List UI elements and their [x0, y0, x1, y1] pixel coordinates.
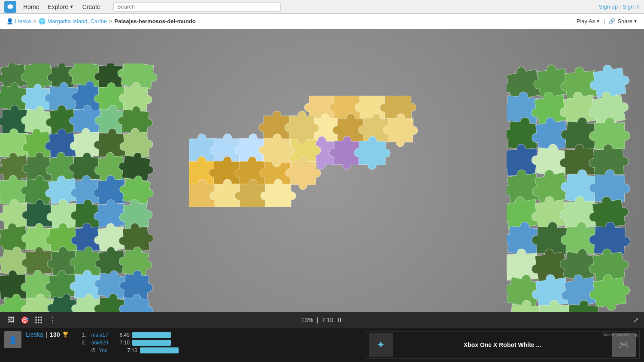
breadcrumb-right-sep: |	[604, 18, 605, 24]
rank-2: 2.	[82, 340, 88, 346]
player-aok829[interactable]: aok829	[91, 340, 117, 346]
grid-icon	[35, 317, 42, 323]
leaderboard: 1. mala17 6:49 2. aok829 7:10 ⏱ You 7:10	[82, 331, 178, 354]
nav-create[interactable]: Create	[78, 0, 105, 14]
signup-link[interactable]: Sign up	[599, 3, 618, 10]
username-link[interactable]: Lieska	[26, 331, 43, 338]
share-icon: 🔗	[608, 18, 615, 24]
bar-1	[132, 332, 171, 338]
puzzle-area[interactable]	[0, 29, 644, 312]
image-icon: 🖼	[8, 316, 15, 324]
nav-home[interactable]: Home	[19, 0, 43, 14]
grid-toolbar-button[interactable]	[33, 314, 45, 326]
advertisement-area: Advertisement ✕ ✦ Xbox One X Robot White…	[365, 331, 640, 359]
time-you: 7:10	[127, 347, 137, 353]
user-score: 130	[50, 331, 60, 338]
rank-1: 1.	[82, 332, 88, 338]
breadcrumb-location[interactable]: Margarita Island, Caribe	[47, 18, 107, 24]
share-button[interactable]: 🔗 Share ▼	[608, 18, 638, 24]
logo-icon[interactable]	[4, 1, 16, 13]
clock-icon: ⏱	[91, 347, 96, 353]
timer-value: 7:10	[322, 317, 333, 323]
more-icon: ⋮	[49, 315, 56, 325]
more-options-button[interactable]: ⋮	[46, 314, 58, 326]
top-navigation: Home Explore ▼ Create Sign up | Sign in	[0, 0, 644, 14]
leaderboard-row-2: 2. aok829 7:10	[82, 339, 178, 347]
search-input[interactable]	[113, 2, 281, 12]
right-piece-cluster[interactable]	[507, 63, 644, 312]
center-piece-cluster[interactable]	[189, 96, 429, 207]
user-avatar: 👤	[4, 331, 21, 348]
leaderboard-row-you: ⏱ You 7:10	[82, 347, 178, 354]
breadcrumb-user[interactable]: Lieska	[15, 18, 31, 24]
pause-button[interactable]: ⏸	[337, 317, 343, 323]
user-info: Lieska | 130 🏆	[26, 331, 69, 338]
fullscreen-button[interactable]: ⤢	[633, 316, 639, 324]
nav-explore[interactable]: Explore ▼	[43, 0, 78, 14]
player-mala17[interactable]: mala17	[91, 332, 117, 338]
progress-percent: 13%	[301, 317, 313, 323]
leaderboard-row-1: 1. mala17 6:49	[82, 331, 178, 339]
fullscreen-icon: ⤢	[633, 317, 639, 324]
play-as-arrow: ▼	[596, 19, 600, 24]
target-toolbar-button[interactable]: 🎯	[19, 314, 31, 326]
breadcrumb-right: Play As ▼ | 🔗 Share ▼	[577, 18, 638, 24]
breadcrumb-sep2: >	[109, 18, 112, 24]
ad-close-button[interactable]: ✕	[634, 332, 638, 338]
time-1: 6:49	[119, 332, 129, 338]
explore-dropdown-arrow: ▼	[70, 4, 74, 9]
target-icon: 🎯	[21, 316, 29, 324]
breadcrumb-bar: 👤 Lieska > 🌐 Margarita Island, Caribe > …	[0, 14, 644, 29]
user-icon: 👤	[6, 18, 13, 24]
share-arrow: ▼	[633, 19, 638, 24]
signin-link[interactable]: Sign in	[623, 3, 640, 10]
bottom-panel: 👤 Lieska | 130 🏆 1. mala17 6:49 2. aok82…	[0, 328, 644, 362]
left-piece-cluster[interactable]	[0, 63, 163, 312]
image-toolbar-button[interactable]: 🖼	[5, 314, 17, 326]
player-you: You	[99, 347, 125, 353]
avatar-placeholder: 👤	[9, 336, 17, 344]
progress-display: 13% | 7:10 ⏸	[301, 317, 343, 323]
breadcrumb-title: Paisajes-hermosos-del-mundo	[115, 18, 196, 24]
auth-divider: |	[620, 3, 621, 10]
ad-thumbnail-1: ✦	[369, 333, 393, 357]
bar-you	[140, 347, 179, 353]
play-as-button[interactable]: Play As ▼	[577, 18, 600, 24]
ad-title[interactable]: Xbox One X Robot White ...	[396, 341, 608, 348]
nav-auth: Sign up | Sign in	[599, 3, 640, 10]
bottom-toolbar: 🖼 🎯 ⋮ 13% | 7:10 ⏸ ⤢	[0, 312, 644, 328]
trophy-icon: 🏆	[62, 332, 69, 338]
breadcrumb-sep1: >	[33, 18, 37, 24]
time-2: 7:10	[119, 340, 129, 346]
ad-content: ✦ Xbox One X Robot White ... 🎮	[365, 333, 639, 357]
ad-label: Advertisement	[603, 332, 631, 337]
globe-icon: 🌐	[39, 18, 46, 24]
search-bar	[113, 2, 281, 12]
bar-2	[132, 340, 171, 346]
progress-sep: |	[317, 317, 319, 323]
